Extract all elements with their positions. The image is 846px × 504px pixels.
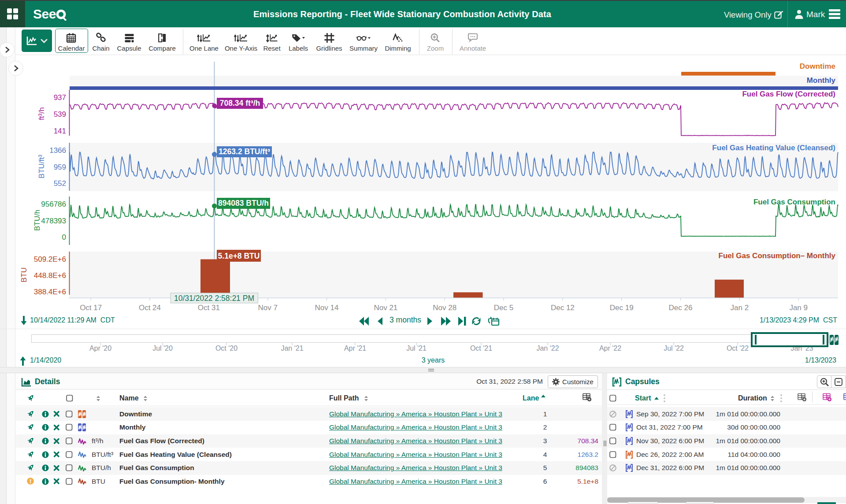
svg-text:959: 959 — [54, 163, 66, 171]
svg-text:Dec 12: Dec 12 — [551, 304, 575, 312]
svg-text:BTU/h: BTU/h — [33, 210, 41, 231]
svg-text:Jan '21: Jan '21 — [281, 345, 303, 352]
svg-text:Fuel Gas Consumption: Fuel Gas Consumption — [753, 198, 835, 206]
svg-text:Jul '20: Jul '20 — [152, 345, 173, 352]
svg-text:Jan '22: Jan '22 — [536, 345, 559, 352]
svg-text:Oct 31: Oct 31 — [198, 304, 220, 312]
svg-text:956786: 956786 — [41, 200, 66, 208]
svg-text:Downtime: Downtime — [800, 62, 835, 70]
svg-text:Apr '21: Apr '21 — [344, 345, 366, 352]
svg-text:Dec 19: Dec 19 — [610, 304, 634, 312]
svg-text:BTU/ft³: BTU/ft³ — [37, 155, 46, 178]
svg-text:388.4E+6: 388.4E+6 — [34, 288, 66, 296]
svg-text:Oct '20: Oct '20 — [215, 345, 237, 352]
svg-text:Dec 5: Dec 5 — [494, 304, 513, 312]
svg-text:Nov 7: Nov 7 — [258, 304, 277, 312]
svg-text:Jul '22: Jul '22 — [664, 345, 684, 352]
svg-text:1263.2 BTU/ft³: 1263.2 BTU/ft³ — [219, 147, 270, 156]
svg-text:ft³/h: ft³/h — [37, 107, 46, 120]
svg-text:Jan 2: Jan 2 — [731, 304, 749, 312]
svg-text:Oct '21: Oct '21 — [470, 345, 492, 352]
svg-text:141: 141 — [54, 127, 66, 135]
svg-text:Jan 9: Jan 9 — [789, 304, 808, 312]
svg-text:Nov 21: Nov 21 — [374, 304, 397, 312]
svg-text:Monthly: Monthly — [807, 76, 836, 85]
svg-text:Oct '22: Oct '22 — [727, 345, 749, 352]
svg-text:539: 539 — [54, 110, 66, 119]
svg-text:937: 937 — [54, 93, 66, 102]
svg-text:Oct 17: Oct 17 — [80, 304, 102, 312]
svg-text:552: 552 — [54, 179, 66, 188]
svg-text:10/31/2022 2:58:21 PM: 10/31/2022 2:58:21 PM — [174, 294, 254, 303]
svg-text:Jul '21: Jul '21 — [406, 345, 427, 352]
svg-text:Fuel Gas Heating Value (Cleans: Fuel Gas Heating Value (Cleansed) — [712, 144, 835, 152]
svg-text:Apr '20: Apr '20 — [89, 345, 111, 352]
svg-text:509.2E+6: 509.2E+6 — [34, 255, 66, 263]
svg-text:Apr '22: Apr '22 — [599, 345, 621, 352]
svg-text:Dec 26: Dec 26 — [669, 304, 693, 312]
svg-text:0: 0 — [62, 233, 66, 241]
svg-text:448.8E+6: 448.8E+6 — [34, 271, 66, 280]
svg-text:Nov 14: Nov 14 — [315, 304, 339, 312]
svg-text:894083 BTU/h: 894083 BTU/h — [218, 199, 269, 208]
svg-text:5.1e+8 BTU: 5.1e+8 BTU — [218, 252, 260, 260]
svg-text:478393: 478393 — [41, 217, 66, 225]
svg-text:BTU: BTU — [20, 267, 28, 282]
svg-text:Oct 24: Oct 24 — [139, 304, 161, 312]
svg-text:Fuel Gas Consumption– Monthly: Fuel Gas Consumption– Monthly — [719, 252, 836, 260]
svg-text:708.34 ft³/h: 708.34 ft³/h — [220, 99, 260, 107]
svg-text:Nov 28: Nov 28 — [433, 304, 456, 312]
svg-text:1366: 1366 — [49, 146, 66, 155]
svg-text:Fuel Gas Flow (Corrected): Fuel Gas Flow (Corrected) — [742, 90, 835, 98]
